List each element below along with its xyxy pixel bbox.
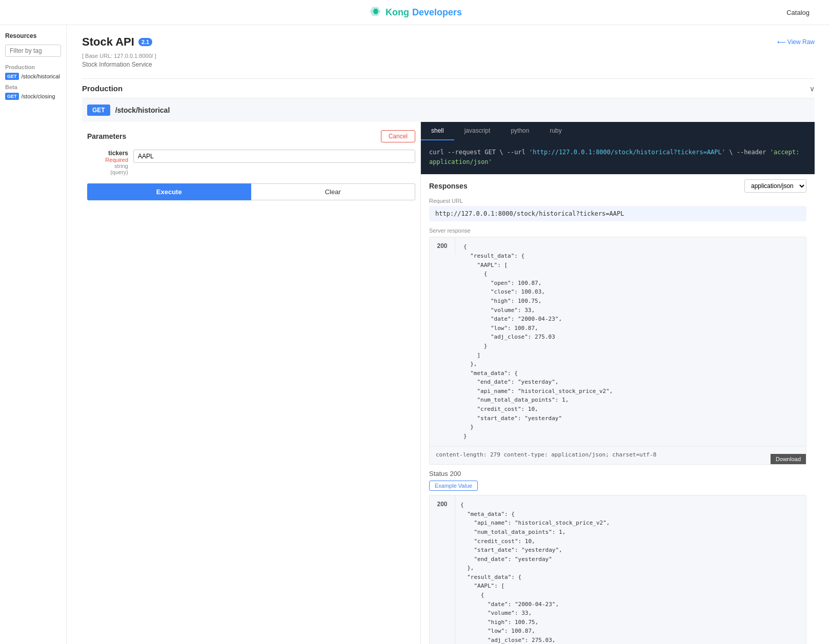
responses-header: Responses application/json — [429, 179, 806, 193]
example-response-box: 200 { "meta_data": { "api_name": "histor… — [429, 495, 806, 644]
logo: Kong Developers — [368, 5, 462, 19]
code-block: curl --request GET \ --url 'http://127.0… — [421, 140, 815, 174]
method-badge-get: GET — [5, 73, 19, 80]
method-badge-get-2: GET — [5, 93, 19, 100]
filter-input[interactable] — [5, 45, 61, 57]
status-200: Status 200 — [429, 470, 806, 477]
action-buttons: Execute Clear — [87, 183, 415, 200]
endpoint-path: /stock/historical — [115, 106, 170, 114]
kong-logo-icon — [368, 5, 382, 19]
view-raw-button[interactable]: ⟵ View Raw — [777, 38, 815, 46]
api-description: Stock Information Service — [82, 61, 815, 68]
response-body: { "result_data": { "AAPL": [ { "open": 1… — [455, 237, 618, 446]
tab-ruby[interactable]: ruby — [539, 122, 572, 140]
sidebar-section-beta: Beta — [5, 84, 61, 90]
server-response-box: 200 { "result_data": { "AAPL": [ { "open… — [429, 237, 806, 465]
sidebar-section-production: Production — [5, 64, 61, 70]
tab-python[interactable]: python — [500, 122, 539, 140]
responses-section: Responses application/json Request URL h… — [421, 174, 815, 644]
request-url-label: Request URL — [429, 198, 806, 204]
code-tabs: shell javascript python ruby — [421, 122, 815, 140]
example-value-tab[interactable]: Example Value — [429, 481, 478, 491]
sidebar-path-2: /stock/closing — [22, 93, 55, 99]
response-status: 200 — [430, 237, 455, 255]
params-title: Parameters — [87, 132, 126, 140]
tab-shell[interactable]: shell — [421, 122, 454, 140]
chevron-down-icon — [809, 85, 815, 93]
production-section-header[interactable]: Production — [82, 78, 815, 98]
example-body: { "meta_data": { "api_name": "historical… — [455, 495, 615, 644]
endpoint-row: GET /stock/historical — [82, 98, 815, 122]
nav-catalog[interactable]: Catalog — [786, 9, 809, 16]
param-type: string — [87, 163, 128, 169]
clear-button[interactable]: Clear — [251, 183, 416, 200]
response-headers: content-length: 279 content-type: applic… — [430, 446, 806, 464]
main-content: Stock API 2.1 ⟵ View Raw [ Base URL: 127… — [67, 25, 830, 644]
param-name: tickers — [87, 150, 128, 157]
api-title: Stock API 2.1 — [82, 35, 152, 49]
version-badge: 2.1 — [138, 38, 152, 46]
tab-javascript[interactable]: javascript — [454, 122, 501, 140]
format-select[interactable]: application/json — [744, 179, 806, 193]
base-url: [ Base URL: 127.0.0.1:8000/ ] — [82, 53, 815, 59]
server-response-label: Server response — [429, 227, 806, 234]
code-panel: shell javascript python ruby curl --requ… — [421, 122, 815, 644]
sidebar-item-closing[interactable]: GET /stock/closing — [5, 93, 61, 100]
download-button[interactable]: Download — [771, 454, 806, 464]
api-name: Stock API — [82, 35, 134, 49]
sidebar-title: Resources — [5, 32, 61, 39]
example-status: 200 — [430, 495, 455, 644]
logo-devs: Developers — [412, 7, 462, 18]
cancel-button[interactable]: Cancel — [381, 130, 415, 142]
param-subtype: (query) — [87, 169, 128, 175]
request-url-box: http://127.0.0.1:8000/stock/historical?t… — [429, 206, 806, 221]
logo-kong: Kong — [386, 7, 409, 18]
api-header: Stock API 2.1 ⟵ View Raw — [82, 35, 815, 49]
endpoint-body: Parameters Cancel tickers Required strin… — [82, 122, 815, 644]
sidebar: Resources Production GET /stock/historic… — [0, 25, 67, 644]
param-meta: tickers Required string (query) — [87, 150, 128, 175]
params-header: Parameters Cancel — [87, 130, 415, 142]
sidebar-item-historical[interactable]: GET /stock/historical — [5, 73, 61, 80]
params-panel: Parameters Cancel tickers Required strin… — [82, 122, 421, 644]
param-required: Required — [87, 157, 128, 163]
layout: Resources Production GET /stock/historic… — [0, 25, 830, 644]
responses-title: Responses — [429, 182, 468, 190]
production-title: Production — [82, 84, 123, 93]
execute-button[interactable]: Execute — [87, 183, 251, 200]
get-method-button[interactable]: GET — [87, 105, 110, 116]
sidebar-path: /stock/historical — [22, 73, 60, 79]
header: Kong Developers Catalog — [0, 0, 830, 25]
param-row-tickers: tickers Required string (query) — [87, 150, 415, 175]
tickers-input[interactable] — [133, 150, 415, 163]
